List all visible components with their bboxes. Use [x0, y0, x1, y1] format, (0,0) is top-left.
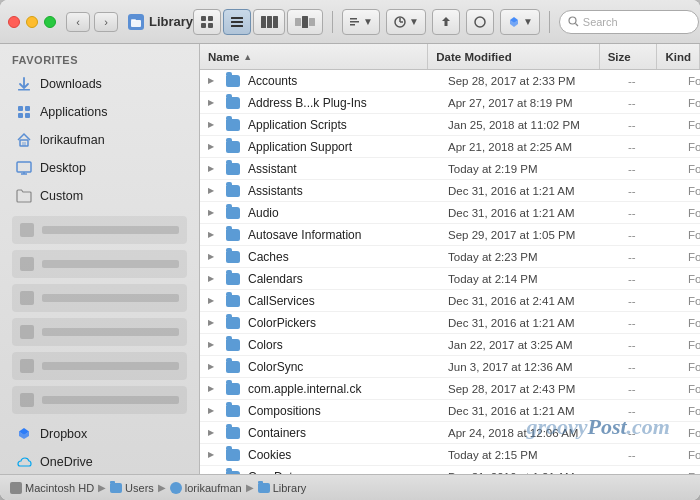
- table-row[interactable]: ▶ Audio Dec 31, 2016 at 1:21 AM -- Folde: [200, 202, 700, 224]
- table-row[interactable]: ▶ ColorSync Jun 3, 2017 at 12:36 AM -- F…: [200, 356, 700, 378]
- table-row[interactable]: ▶ Colors Jan 22, 2017 at 3:25 AM -- Fold…: [200, 334, 700, 356]
- file-size-cell: --: [620, 202, 680, 223]
- col-header-kind[interactable]: Kind: [657, 44, 700, 69]
- nav-buttons: ‹ ›: [66, 12, 118, 32]
- breadcrumb-user-icon: [170, 482, 182, 494]
- sidebar-item-applications[interactable]: Applications: [4, 99, 195, 125]
- row-expand-arrow[interactable]: ▶: [208, 340, 218, 349]
- desktop-icon: [16, 160, 32, 176]
- folder-icon: [226, 383, 240, 395]
- table-row[interactable]: ▶ ColorPickers Dec 31, 2016 at 1:21 AM -…: [200, 312, 700, 334]
- row-expand-arrow[interactable]: ▶: [208, 406, 218, 415]
- row-expand-arrow[interactable]: ▶: [208, 274, 218, 283]
- svg-rect-3: [208, 16, 213, 21]
- table-row[interactable]: ▶ Compositions Dec 31, 2016 at 1:21 AM -…: [200, 400, 700, 422]
- row-expand-arrow[interactable]: ▶: [208, 362, 218, 371]
- table-row[interactable]: ▶ com.apple.internal.ck Sep 28, 2017 at …: [200, 378, 700, 400]
- svg-rect-0: [131, 20, 141, 27]
- sidebar-item-downloads[interactable]: Downloads: [4, 71, 195, 97]
- file-name-cell: ▶ Cookies: [200, 444, 440, 465]
- maximize-button[interactable]: [44, 16, 56, 28]
- table-row[interactable]: ▶ Caches Today at 2:23 PM -- Folde: [200, 246, 700, 268]
- toolbar-sep-1: [332, 11, 333, 33]
- statusbar: Macintosh HD ▶ Users ▶ lorikaufman ▶ Lib…: [0, 474, 700, 500]
- file-kind-cell: Folde: [680, 422, 700, 443]
- sidebar-item-onedrive[interactable]: OneDrive: [4, 449, 195, 474]
- table-row[interactable]: ▶ Application Support Apr 21, 2018 at 2:…: [200, 136, 700, 158]
- col-header-name[interactable]: Name ▲: [200, 44, 428, 69]
- table-row[interactable]: ▶ Assistants Dec 31, 2016 at 1:21 AM -- …: [200, 180, 700, 202]
- view-cover-button[interactable]: [287, 9, 323, 35]
- col-header-size[interactable]: Size: [600, 44, 658, 69]
- forward-button[interactable]: ›: [94, 12, 118, 32]
- col-header-date[interactable]: Date Modified: [428, 44, 599, 69]
- sidebar-item-home[interactable]: lorikaufman: [4, 127, 195, 153]
- file-size-cell: --: [620, 378, 680, 399]
- sidebar-placeholders: [0, 210, 199, 420]
- view-list-button[interactable]: [223, 9, 251, 35]
- window-title: Library: [128, 14, 193, 30]
- table-row[interactable]: ▶ Address B...k Plug-Ins Apr 27, 2017 at…: [200, 92, 700, 114]
- search-box[interactable]: Search: [559, 10, 699, 34]
- file-size-cell: --: [620, 158, 680, 179]
- sidebar-item-dropbox[interactable]: Dropbox: [4, 421, 195, 447]
- row-expand-arrow[interactable]: ▶: [208, 120, 218, 129]
- tag-button[interactable]: [466, 9, 494, 35]
- table-row[interactable]: ▶ Autosave Information Sep 29, 2017 at 1…: [200, 224, 700, 246]
- row-expand-arrow[interactable]: ▶: [208, 230, 218, 239]
- row-expand-arrow[interactable]: ▶: [208, 296, 218, 305]
- breadcrumb-user[interactable]: lorikaufman: [170, 482, 242, 494]
- sidebar-item-desktop[interactable]: Desktop: [4, 155, 195, 181]
- downloads-icon: [16, 76, 32, 92]
- action-button[interactable]: ▼: [386, 9, 426, 35]
- row-expand-arrow[interactable]: ▶: [208, 76, 218, 85]
- minimize-button[interactable]: [26, 16, 38, 28]
- breadcrumb-hd[interactable]: Macintosh HD: [10, 482, 94, 494]
- file-kind-cell: Folde: [680, 158, 700, 179]
- row-expand-arrow[interactable]: ▶: [208, 384, 218, 393]
- file-size-cell: --: [620, 356, 680, 377]
- file-kind-cell: Folde: [680, 114, 700, 135]
- dropbox-toolbar-button[interactable]: ▼: [500, 9, 540, 35]
- row-expand-arrow[interactable]: ▶: [208, 318, 218, 327]
- row-expand-arrow[interactable]: ▶: [208, 252, 218, 261]
- arrange-button[interactable]: ▼: [342, 9, 380, 35]
- view-grid-button[interactable]: [193, 9, 221, 35]
- row-expand-arrow[interactable]: ▶: [208, 142, 218, 151]
- table-row[interactable]: ▶ Assistant Today at 2:19 PM -- Folde: [200, 158, 700, 180]
- file-name: Caches: [248, 250, 289, 264]
- table-row[interactable]: ▶ Containers Apr 24, 2018 at 12:06 AM --…: [200, 422, 700, 444]
- row-expand-arrow[interactable]: ▶: [208, 98, 218, 107]
- table-row[interactable]: ▶ Accounts Sep 28, 2017 at 2:33 PM -- Fo…: [200, 70, 700, 92]
- file-list-body[interactable]: ▶ Accounts Sep 28, 2017 at 2:33 PM -- Fo…: [200, 70, 700, 474]
- file-name-cell: ▶ Autosave Information: [200, 224, 440, 245]
- breadcrumb-library[interactable]: Library: [258, 482, 307, 494]
- file-size-cell: --: [620, 400, 680, 421]
- row-expand-arrow[interactable]: ▶: [208, 186, 218, 195]
- table-row[interactable]: ▶ Calendars Today at 2:14 PM -- Folde: [200, 268, 700, 290]
- row-expand-arrow[interactable]: ▶: [208, 428, 218, 437]
- file-kind-cell: Folde: [680, 378, 700, 399]
- row-expand-arrow[interactable]: ▶: [208, 164, 218, 173]
- table-row[interactable]: ▶ CallServices Dec 31, 2016 at 2:41 AM -…: [200, 290, 700, 312]
- share-button[interactable]: [432, 9, 460, 35]
- back-button[interactable]: ‹: [66, 12, 90, 32]
- row-expand-arrow[interactable]: ▶: [208, 208, 218, 217]
- table-row[interactable]: ▶ Cookies Today at 2:15 PM -- Folde: [200, 444, 700, 466]
- file-kind-cell: Folde: [680, 312, 700, 333]
- table-row[interactable]: ▶ Application Scripts Jan 25, 2018 at 11…: [200, 114, 700, 136]
- row-expand-arrow[interactable]: ▶: [208, 450, 218, 459]
- view-toggle-group: [193, 9, 323, 35]
- breadcrumb-users[interactable]: Users: [110, 482, 154, 494]
- view-columns-button[interactable]: [253, 9, 285, 35]
- breadcrumb-sep-2: ▶: [158, 482, 166, 493]
- table-row[interactable]: ▶ CoreData Dec 31, 2016 at 1:21 AM -- Fo…: [200, 466, 700, 474]
- sidebar-ph-4: [12, 318, 187, 346]
- breadcrumb-user-label: lorikaufman: [185, 482, 242, 494]
- file-date-cell: Dec 31, 2016 at 1:21 AM: [440, 312, 620, 333]
- close-button[interactable]: [8, 16, 20, 28]
- file-name-cell: ▶ Compositions: [200, 400, 440, 421]
- file-kind-cell: Folde: [680, 180, 700, 201]
- sidebar-item-custom[interactable]: Custom: [4, 183, 195, 209]
- folder-title-icon: [128, 14, 144, 30]
